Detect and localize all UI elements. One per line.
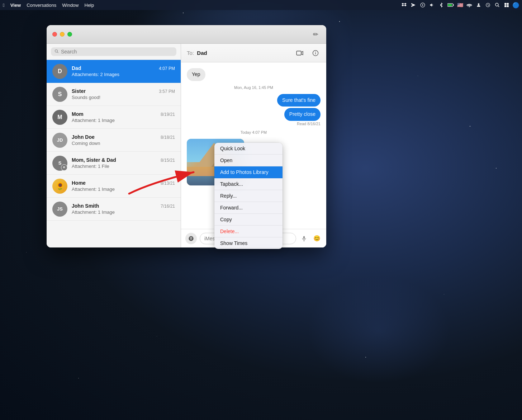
conv-info-johnsmith: John Smith 7/16/21 Attachment: 1 Image (72, 203, 175, 215)
conv-name-mom: Mom (72, 111, 84, 117)
menubar-apple[interactable]:  (3, 3, 5, 8)
search-icon (54, 49, 59, 55)
close-button[interactable] (52, 32, 57, 37)
conv-name-johndoe: John Doe (72, 134, 95, 140)
search-input[interactable] (61, 49, 173, 55)
conv-preview-johnsmith: Attachment: 1 Image (72, 209, 175, 215)
conversation-item-group[interactable]: S R Mom, Sister & Dad 8/15/21 Attachment… (47, 152, 181, 175)
time-machine-icon[interactable] (485, 2, 491, 8)
conv-time-group: 8/15/21 (161, 158, 175, 163)
ctx-delete[interactable]: Delete... (214, 226, 283, 237)
conv-header-mom: Mom 8/19/21 (72, 111, 175, 117)
spotlight-icon[interactable] (494, 2, 500, 8)
svg-rect-9 (504, 3, 506, 5)
conv-info-mom: Mom 8/19/21 Attachment: 1 Image (72, 111, 175, 123)
conv-header-sister: Sister 3:57 PM (72, 88, 175, 94)
avatar-group: S R (52, 156, 67, 171)
user-icon[interactable] (475, 2, 482, 8)
ctx-show-times[interactable]: Show Times (214, 237, 283, 249)
search-wrapper[interactable] (51, 47, 176, 56)
conv-preview-home: Attachment: 1 Image (72, 187, 175, 192)
read-receipt: Read 8/16/21 (297, 122, 321, 126)
conversation-item-johnsmith[interactable]: JS John Smith 7/16/21 Attachment: 1 Imag… (47, 198, 181, 221)
menubar-conversations[interactable]: Conversations (27, 3, 56, 8)
message-sure: Sure that's fine (277, 94, 321, 107)
avatar-johnsmith: JS (52, 202, 67, 217)
window-body: D Dad 4:07 PM Attachments: 2 Images S (47, 44, 326, 247)
media-icon[interactable] (419, 2, 426, 8)
svg-rect-4 (448, 4, 452, 6)
menubar-right: 🇺🇸 🔵 (401, 2, 519, 8)
svg-rect-12 (507, 5, 509, 7)
ctx-tapback[interactable]: Tapback... (214, 178, 283, 190)
bluetooth-icon[interactable] (438, 2, 445, 8)
svg-point-5 (478, 3, 480, 5)
conv-time-mom: 8/19/21 (161, 112, 175, 117)
conv-preview-sister: Sounds good! (72, 95, 175, 100)
menubar-help[interactable]: Help (85, 3, 94, 8)
conv-info-johndoe: John Doe 8/18/21 Coming down (72, 134, 175, 146)
conv-info-group: Mom, Sister & Dad 8/15/21 Attachment: 1 … (72, 157, 175, 169)
menubar-window[interactable]: Window (62, 3, 79, 8)
conv-preview-group: Attachment: 1 File (72, 164, 175, 169)
ctx-copy[interactable]: Copy (214, 214, 283, 226)
emoji-button[interactable]: 😊 (312, 233, 322, 244)
svg-rect-10 (507, 3, 509, 5)
to-label: To: (187, 50, 194, 56)
maximize-button[interactable] (67, 32, 72, 37)
conv-info-home: Home 8/13/21 Attachment: 1 Image (72, 180, 175, 192)
app-store-button[interactable] (185, 233, 197, 244)
conversation-item-johndoe[interactable]: JD John Doe 8/18/21 Coming down (47, 129, 181, 152)
svg-rect-11 (504, 5, 506, 7)
dropbox-icon[interactable] (401, 2, 407, 8)
chat-header: To: Dad (181, 44, 326, 62)
flag-icon[interactable]: 🇺🇸 (457, 2, 463, 8)
conversation-item-dad[interactable]: D Dad 4:07 PM Attachments: 2 Images (47, 60, 181, 83)
input-right-buttons: 😊 (299, 233, 322, 244)
avatar-sister: S (52, 87, 67, 102)
svg-point-13 (55, 49, 58, 52)
volume-icon[interactable] (429, 2, 435, 8)
ctx-open[interactable]: Open (214, 155, 283, 166)
avatar-johndoe: JD (52, 133, 67, 148)
conversation-item-mom[interactable]: M Mom 8/19/21 Attachment: 1 Image (47, 106, 181, 129)
conv-preview-mom: Attachment: 1 Image (72, 118, 175, 123)
date-stamp-today: Today 4:07 PM (187, 130, 321, 135)
svg-line-14 (57, 52, 58, 53)
conv-name-sister: Sister (72, 88, 86, 94)
titlebar: ✏ (47, 25, 326, 44)
compose-button[interactable]: ✏ (310, 29, 321, 39)
siri-icon[interactable]: 🔵 (513, 2, 519, 8)
ctx-add-to-photos[interactable]: Add to Photos Library (214, 166, 283, 178)
conversation-list: D Dad 4:07 PM Attachments: 2 Images S (47, 60, 181, 247)
conv-name-home: Home (72, 180, 86, 186)
send-icon[interactable] (410, 2, 417, 8)
conversation-item-sister[interactable]: S Sister 3:57 PM Sounds good! (47, 83, 181, 106)
wifi-icon[interactable] (466, 2, 473, 8)
minimize-button[interactable] (60, 32, 65, 37)
menubar-view[interactable]: View (10, 3, 21, 8)
svg-rect-19 (303, 236, 305, 239)
conv-time-johnsmith: 7/16/21 (161, 204, 175, 209)
ctx-forward[interactable]: Forward... (214, 202, 283, 214)
conv-name-johnsmith: John Smith (72, 203, 99, 209)
conversation-item-home[interactable]: 🌻 Home 8/13/21 Attachment: 1 Image (47, 175, 181, 198)
conv-info-dad: Dad 4:07 PM Attachments: 2 Images (72, 65, 175, 77)
svg-point-7 (495, 3, 498, 6)
date-stamp-aug16: Mon, Aug 16, 1:45 PM (187, 85, 321, 90)
ctx-reply[interactable]: Reply... (214, 190, 283, 202)
battery-icon[interactable] (447, 2, 454, 8)
chat-actions (295, 48, 321, 58)
traffic-lights (52, 32, 72, 37)
avatar-dad: D (52, 64, 67, 79)
context-menu: Quick Look Open Add to Photos Library Ta… (214, 143, 283, 249)
video-call-button[interactable] (295, 48, 305, 58)
controlcenter-icon[interactable] (503, 2, 510, 8)
svg-rect-15 (296, 51, 301, 55)
conv-header-johndoe: John Doe 8/18/21 (72, 134, 175, 140)
search-bar (47, 44, 181, 60)
avatar-mom: M (52, 110, 67, 125)
audio-button[interactable] (299, 233, 309, 244)
ctx-quick-look[interactable]: Quick Look (214, 143, 283, 155)
info-button[interactable] (310, 48, 321, 58)
